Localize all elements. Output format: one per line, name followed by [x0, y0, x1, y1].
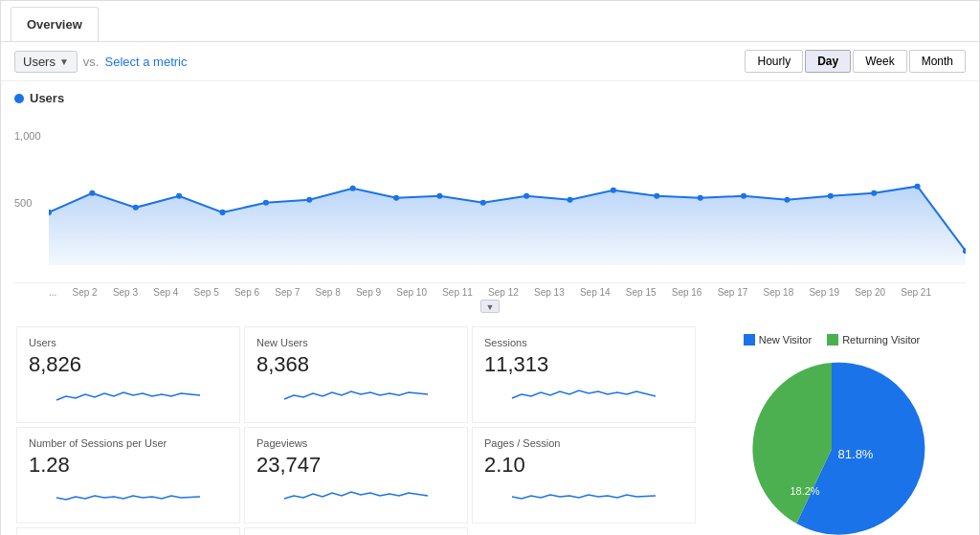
tab-bar: Overview — [1, 1, 979, 42]
chart-dot — [393, 195, 399, 201]
x-label: Sep 9 — [356, 287, 381, 298]
stat-card-new-users: New Users 8,368 — [244, 326, 468, 423]
stat-card-users: Users 8,826 — [16, 326, 240, 423]
select-metric-link[interactable]: Select a metric — [104, 55, 187, 69]
stat-value: 8,826 — [29, 352, 228, 377]
stat-value: 23,747 — [256, 453, 456, 478]
chart-dot — [480, 200, 486, 206]
x-label: ... — [49, 287, 56, 298]
legend-returning-visitor: Returning Visitor — [827, 334, 920, 346]
stat-value: 8,368 — [256, 352, 456, 377]
chart-dot — [828, 193, 834, 199]
x-label: Sep 3 — [113, 287, 138, 298]
x-label: Sep 20 — [855, 287, 885, 298]
chart-dot — [306, 197, 312, 203]
stat-label: New Users — [256, 337, 456, 348]
chart-dot — [176, 193, 182, 199]
x-label: Sep 21 — [901, 287, 931, 298]
x-label: Sep 4 — [153, 287, 178, 298]
chart-dot — [784, 197, 790, 203]
x-label: Sep 8 — [316, 287, 341, 298]
chart-dot — [263, 200, 269, 206]
pie-legend: New Visitor Returning Visitor — [707, 334, 956, 346]
new-visitor-color-swatch — [744, 334, 755, 346]
pie-section: New Visitor Returning Visitor — [698, 324, 966, 535]
expand-chart-button[interactable]: ▼ — [480, 300, 500, 313]
metric-selector: Users ▼ vs. Select a metric — [14, 51, 187, 73]
sparkline-sessions — [484, 383, 683, 410]
stat-label: Number of Sessions per User — [29, 437, 228, 449]
new-visitor-label: New Visitor — [759, 334, 812, 346]
chart-dot — [568, 197, 573, 203]
chart-area: Users 1,000 500 — [1, 81, 979, 313]
returning-visitor-color-swatch — [827, 334, 838, 346]
dropdown-arrow-icon: ▼ — [59, 56, 69, 67]
stat-card-sessions: Sessions 11,313 — [472, 326, 696, 423]
chart-dot — [871, 190, 877, 196]
stat-card-sessions-per-user: Number of Sessions per User 1.28 — [16, 427, 240, 524]
tab-overview[interactable]: Overview — [11, 7, 99, 41]
chart-dot — [741, 193, 746, 199]
stat-label: Pages / Session — [484, 437, 683, 449]
x-label: Sep 7 — [275, 287, 300, 298]
sparkline-pageviews — [256, 483, 456, 510]
chart-dot — [654, 193, 659, 199]
time-btn-week[interactable]: Week — [853, 50, 906, 73]
stat-value: 2.10 — [484, 453, 683, 478]
x-axis: ... Sep 2 Sep 3 Sep 4 Sep 5 Sep 6 Sep 7 … — [14, 283, 966, 298]
x-label: Sep 17 — [718, 287, 748, 298]
stat-card-bounce-rate: Bounce Rate 65.98% — [244, 527, 468, 535]
chart-dot — [219, 210, 225, 215]
x-label: Sep 10 — [396, 287, 427, 298]
stat-label: Sessions — [484, 337, 683, 348]
stat-card-pageviews: Pageviews 23,747 — [244, 427, 468, 524]
sparkline-sessions-per-user — [29, 483, 228, 510]
stats-grid: Users 8,826 New Users 8,368 Sessions 11,… — [14, 324, 698, 535]
time-buttons: Hourly Day Week Month — [745, 50, 966, 73]
stat-value: 1.28 — [29, 453, 228, 478]
chart-dot — [89, 190, 95, 196]
x-label: Sep 2 — [73, 287, 98, 298]
stat-card-pages-per-session: Pages / Session 2.10 — [472, 427, 696, 524]
stat-value: 11,313 — [484, 352, 683, 377]
stat-card-avg-session-duration: Avg. Session Duration 00:01:31 — [16, 527, 240, 535]
y-label-mid: 500 — [14, 197, 32, 209]
metric-dropdown[interactable]: Users ▼ — [14, 51, 78, 73]
chart-dot — [611, 188, 616, 193]
returning-visitor-pct-label: 18.2% — [790, 485, 819, 497]
sparkline-users — [29, 383, 228, 410]
x-label: Sep 16 — [672, 287, 702, 298]
chart-dot — [436, 193, 442, 199]
sparkline-new-users — [256, 383, 456, 410]
time-btn-day[interactable]: Day — [805, 50, 851, 73]
chart-dot — [915, 184, 921, 189]
chart-dot — [523, 193, 529, 199]
returning-visitor-label: Returning Visitor — [842, 334, 920, 346]
metric-label: Users — [23, 55, 56, 69]
time-btn-month[interactable]: Month — [909, 50, 966, 73]
toolbar: Users ▼ vs. Select a metric Hourly Day W… — [1, 42, 979, 81]
x-label: Sep 5 — [194, 287, 219, 298]
chart-wrapper: 1,000 500 — [14, 111, 966, 283]
pie-chart: 81.8% 18.2% — [736, 353, 927, 535]
users-legend-dot — [14, 94, 24, 103]
time-btn-hourly[interactable]: Hourly — [745, 50, 803, 73]
x-label: Sep 11 — [442, 287, 473, 298]
sparkline-pages-per-session — [484, 483, 683, 510]
stat-label: Users — [29, 337, 228, 348]
x-label: Sep 15 — [626, 287, 657, 298]
chart-legend: Users — [14, 91, 966, 105]
pie-chart-container: 81.8% 18.2% — [707, 353, 956, 535]
x-label: Sep 18 — [764, 287, 794, 298]
chart-dot — [350, 186, 356, 191]
x-label: Sep 14 — [580, 287, 611, 298]
x-label: Sep 12 — [488, 287, 519, 298]
stat-card-empty — [472, 527, 696, 535]
stat-label: Pageviews — [256, 437, 456, 449]
x-label: Sep 13 — [534, 287, 565, 298]
chart-dot — [698, 195, 703, 201]
chart-dot — [133, 205, 139, 211]
y-label-top: 1,000 — [14, 130, 41, 142]
line-chart — [49, 111, 966, 265]
users-legend-label: Users — [30, 91, 64, 105]
